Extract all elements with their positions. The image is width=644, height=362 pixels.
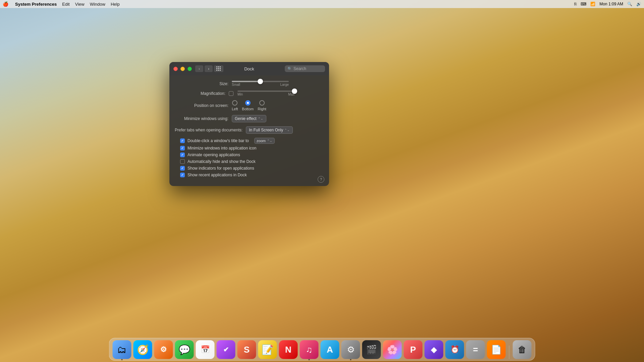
minimize-dropdown[interactable]: Genie effect ⌃⌄ bbox=[232, 115, 266, 122]
zoom-dropdown[interactable]: zoom ⌃⌄ bbox=[254, 138, 275, 144]
size-large-label: Large bbox=[280, 83, 289, 86]
dock-app-trash[interactable]: 🗑 bbox=[513, 340, 532, 359]
menu-bar-window[interactable]: Window bbox=[90, 2, 105, 7]
size-slider-wrap: Small Large bbox=[232, 81, 289, 86]
minimize-dropdown-value: Genie effect bbox=[235, 116, 257, 121]
position-left-radio[interactable] bbox=[232, 100, 237, 106]
position-control: Left Bottom Right bbox=[232, 100, 324, 111]
dock-app-sublime[interactable]: S bbox=[237, 340, 256, 359]
keyboard-brightness-icon[interactable]: ⌨ bbox=[581, 2, 586, 6]
checkbox-recent[interactable] bbox=[180, 173, 185, 177]
minimize-control: Genie effect ⌃⌄ bbox=[232, 115, 324, 122]
window-controls bbox=[173, 67, 192, 71]
checkboxes-section: Double-click a window's title bar to zoo… bbox=[175, 138, 324, 177]
search-icon[interactable]: 🔍 bbox=[627, 2, 632, 6]
position-bottom[interactable]: Bottom bbox=[242, 100, 254, 111]
size-small-label: Small bbox=[232, 83, 240, 86]
position-right[interactable]: Right bbox=[258, 100, 266, 111]
dock-app-appstore[interactable]: A bbox=[321, 340, 339, 359]
dock-app-paparazzi[interactable]: P bbox=[404, 340, 423, 359]
dock-app-calendar[interactable]: 📅 bbox=[196, 340, 215, 359]
tabs-control: In Full Screen Only ⌃⌄ bbox=[246, 126, 324, 134]
dock-app-safari[interactable]: 🧭 bbox=[133, 340, 152, 359]
checkbox-row-1: Minimize windows into application icon bbox=[180, 146, 324, 150]
window-title: Dock bbox=[244, 66, 254, 71]
checkbox-double-click-label: Double-click a window's title bar to bbox=[187, 138, 249, 143]
volume-icon[interactable]: 🔊 bbox=[636, 2, 641, 6]
minimize-label: Minimize windows using: bbox=[175, 116, 232, 121]
minimize-button[interactable] bbox=[180, 67, 185, 71]
magnification-slider-track bbox=[237, 90, 294, 92]
menu-bar-help[interactable]: Help bbox=[111, 2, 120, 7]
position-bottom-label: Bottom bbox=[242, 107, 254, 111]
size-slider-thumb[interactable] bbox=[258, 79, 263, 84]
dock-preferences-window: ‹ › Dock 🔍 Size: bbox=[169, 62, 329, 186]
checkbox-row-0: Double-click a window's title bar to zoo… bbox=[180, 138, 324, 144]
checkbox-row-3: Automatically hide and show the Dock bbox=[180, 159, 324, 164]
tabs-row: Prefer tabs when opening documents: In F… bbox=[175, 126, 324, 134]
position-bottom-radio[interactable] bbox=[245, 100, 251, 106]
search-input[interactable] bbox=[293, 66, 323, 71]
window-titlebar: ‹ › Dock 🔍 bbox=[169, 62, 329, 75]
checkbox-autohide-label: Automatically hide and show the Dock bbox=[187, 159, 256, 164]
checkbox-double-click[interactable] bbox=[180, 138, 185, 143]
tabs-dropdown[interactable]: In Full Screen Only ⌃⌄ bbox=[246, 126, 293, 134]
window-nav: ‹ › bbox=[195, 65, 213, 72]
position-left[interactable]: Left bbox=[232, 100, 238, 111]
checkbox-animate-label: Animate opening applications bbox=[187, 153, 240, 157]
dock-app-omnifocus[interactable]: ✔ bbox=[217, 340, 235, 359]
forward-button[interactable]: › bbox=[205, 65, 213, 72]
magnification-checkbox[interactable] bbox=[229, 91, 233, 96]
checkbox-row-2: Animate opening applications bbox=[180, 153, 324, 157]
checkbox-indicators[interactable] bbox=[180, 166, 185, 171]
magnification-slider-thumb[interactable] bbox=[292, 88, 297, 94]
maximize-button[interactable] bbox=[187, 67, 192, 71]
mag-min-label: Min bbox=[237, 93, 243, 96]
dock-app-filemerge[interactable]: ⚙ bbox=[154, 340, 173, 359]
dock-app-photos[interactable]: 🌸 bbox=[383, 340, 402, 359]
apple-menu[interactable]: 🍎 bbox=[3, 1, 8, 7]
dock-app-news[interactable]: N bbox=[279, 340, 298, 359]
dock-app-messages[interactable]: 💬 bbox=[175, 340, 194, 359]
dock-app-finder[interactable]: 🗂 bbox=[113, 340, 131, 359]
menu-bar-edit[interactable]: Edit bbox=[62, 2, 69, 7]
dock-dot-finder bbox=[121, 359, 123, 360]
dock-app-stickies[interactable]: 📝 bbox=[258, 340, 277, 359]
dock-app-music[interactable]: ♫ bbox=[300, 340, 319, 359]
minimize-dropdown-arrow: ⌃⌄ bbox=[258, 117, 263, 120]
all-preferences-button[interactable] bbox=[214, 65, 223, 72]
dock-app-sysprefs[interactable]: ⚙ bbox=[341, 340, 360, 359]
dock-app-calculator[interactable]: = bbox=[466, 340, 485, 359]
zoom-dropdown-value: zoom bbox=[257, 139, 266, 143]
dock-app-timing[interactable]: ⏰ bbox=[445, 340, 464, 359]
close-button[interactable] bbox=[173, 67, 178, 71]
position-left-label: Left bbox=[232, 107, 238, 111]
menu-bar-right: ⎘ ⌨ 📶 Mon 1:09 AM 🔍 🔊 bbox=[574, 2, 641, 6]
menu-bar-app-name[interactable]: System Preferences bbox=[15, 2, 57, 7]
size-slider-track bbox=[232, 81, 289, 82]
search-box[interactable]: 🔍 bbox=[285, 65, 325, 72]
dock-app-affinity[interactable]: ◆ bbox=[425, 340, 443, 359]
dock-app-preview[interactable]: 📄 bbox=[487, 340, 506, 359]
position-label: Position on screen: bbox=[175, 103, 232, 108]
tabs-label: Prefer tabs when opening documents: bbox=[175, 128, 246, 132]
menu-bar: 🍎 System Preferences Edit View Window He… bbox=[0, 0, 644, 8]
wifi-icon[interactable]: 📶 bbox=[590, 2, 595, 6]
size-slider-fill bbox=[232, 81, 260, 82]
checkbox-autohide[interactable] bbox=[180, 159, 185, 164]
position-right-radio[interactable] bbox=[259, 100, 265, 106]
menu-bar-view[interactable]: View bbox=[75, 2, 85, 7]
position-row: Position on screen: Left Bottom Right bbox=[175, 100, 324, 111]
screen-mirroring-icon[interactable]: ⎘ bbox=[574, 2, 577, 6]
size-label: Size: bbox=[175, 81, 232, 86]
dock-separator bbox=[509, 346, 509, 359]
search-magnifier-icon: 🔍 bbox=[287, 67, 292, 71]
window-body: Size: Small Large Magnification: bbox=[169, 75, 329, 186]
dock-app-claquette[interactable]: 🎬 bbox=[362, 340, 381, 359]
back-button[interactable]: ‹ bbox=[195, 65, 203, 72]
checkbox-minimize-icon[interactable] bbox=[180, 146, 185, 150]
checkbox-minimize-icon-label: Minimize windows into application icon bbox=[187, 146, 256, 150]
help-button[interactable]: ? bbox=[318, 176, 324, 183]
zoom-dropdown-arrow: ⌃⌄ bbox=[267, 139, 272, 142]
checkbox-animate[interactable] bbox=[180, 153, 185, 157]
